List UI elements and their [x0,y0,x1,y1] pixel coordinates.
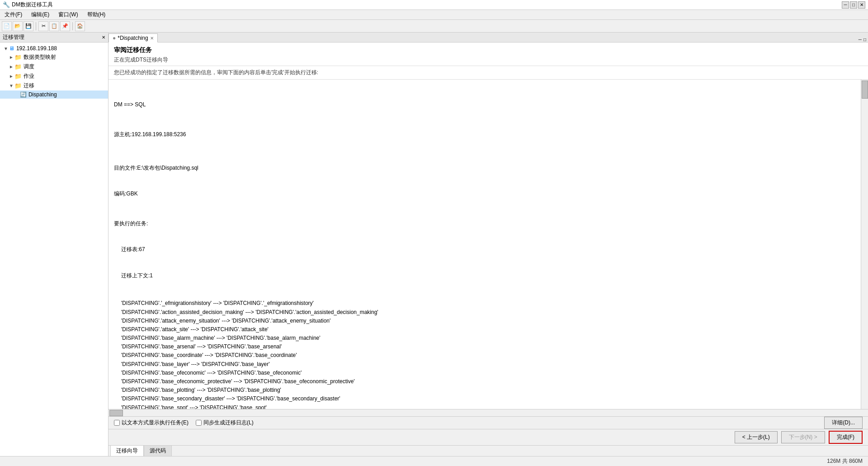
migrate-icon: 🔄 [20,91,27,98]
right-area: ● *Dispatching ✕ ─ □ 审阅迁移任务 正在完成DTS迁移向导 … [108,33,868,456]
text-mode-option[interactable]: 以文本方式显示执行任务(E) [114,419,189,427]
migrate-views: 迁移上下文:1 [114,271,863,280]
wizard-description: 您已经成功的指定了迁移数据所需的信息，审阅下面的内容后单击'完成'开始执行迁移: [108,66,868,80]
toolbar-copy[interactable]: 📋 [49,21,59,31]
toolbar-separator-2 [72,22,73,30]
migrate-tables: 迁移表:67 [114,245,863,254]
tab-close-button[interactable]: ✕ [150,36,154,41]
app-icon: 🔧 [3,1,10,8]
tree-item-types[interactable]: ► 📁 数据类型映射 [0,52,108,62]
minimize-button[interactable]: ─ [842,1,849,9]
menu-window[interactable]: 窗口(W) [56,10,80,19]
close-button[interactable]: ✕ [858,1,865,9]
menu-help[interactable]: 帮助(H) [85,10,108,19]
details-button[interactable]: 详细(D)... [824,417,863,429]
sync-log-option[interactable]: 同步生成迁移日志(L) [196,419,254,427]
text-mode-checkbox[interactable] [114,420,120,426]
scrollbar-horizontal[interactable] [108,409,868,416]
sync-log-label: 同步生成迁移日志(L) [203,419,254,427]
finish-button[interactable]: 完成(F) [829,431,863,444]
content-header: DM ==> SQL [114,100,863,109]
tree-label-types: 数据类型映射 [24,53,56,61]
toolbar-home[interactable]: 🏠 [75,21,85,31]
left-panel-title: 迁移管理 [3,33,24,41]
tree-item-migrate[interactable]: ▼ 📁 迁移 [0,81,108,90]
target-file: 目的文件:E:\发布包\Dispatching.sql [114,164,863,172]
mappings-list: 'DISPATCHING'.'_efmigrationshistory' ---… [114,299,863,409]
tree-arrow-job: ► [9,74,14,79]
pc-icon: 🖥 [9,45,14,52]
scrollbar-h-thumb[interactable] [109,410,123,416]
toolbar-new[interactable]: 📄 [2,21,12,31]
folder-icon-migrate: 📁 [14,82,22,89]
scroll-content[interactable]: DM ==> SQL 源主机:192.168.199.188:5236 目的文件… [108,80,868,409]
options-bar: 以文本方式显示执行任务(E) 同步生成迁移日志(L) 详细(D)... [108,416,868,429]
mapping-row-9: 'DISPATCHING'.'base_ofeconomic_protectiv… [121,377,863,386]
toolbar-save[interactable]: 💾 [24,21,33,31]
sync-log-checkbox[interactable] [196,420,202,426]
mapping-row-11: 'DISPATCHING'.'base_secondary_disaster' … [121,395,863,403]
mapping-row-0: 'DISPATCHING'.'_efmigrationshistory' ---… [121,299,863,308]
tab-icon: ● [113,35,116,41]
tree-item-job[interactable]: ► 📁 作业 [0,71,108,81]
tab-bar-right: ─ □ [859,37,868,42]
toolbar-open[interactable]: 📂 [13,21,23,31]
main-layout: 迁移管理 ✕ ▼ 🖥 192.168.199.188 ► 📁 数据类型映射 ► … [0,33,868,456]
bottom-tabs: 迁移向导 源代码 [108,445,868,456]
folder-icon-job: 📁 [14,73,22,80]
tab-label: *Dispatching [118,35,148,41]
wizard-header: 审阅迁移任务 正在完成DTS迁移向导 [108,43,868,66]
tree-label-tune: 调度 [24,63,34,71]
scrollbar-vertical[interactable] [861,80,868,409]
content-area: 审阅迁移任务 正在完成DTS迁移向导 您已经成功的指定了迁移数据所需的信息，审阅… [108,43,868,456]
next-button[interactable]: 下一步(N) > [781,431,825,443]
encoding: 编码:GBK [114,190,863,198]
tab-bar-max-icon[interactable]: □ [863,37,866,42]
mapping-row-3: 'DISPATCHING'.'attack_site' ---> 'DISPAT… [121,325,863,334]
maximize-button[interactable]: □ [850,1,857,9]
tasks-header: 要执行的任务: [114,219,863,228]
tree-area[interactable]: ▼ 🖥 192.168.199.188 ► 📁 数据类型映射 ► 📁 调度 ► … [0,43,108,456]
wizard-title: 审阅迁移任务 [114,46,863,54]
tree-item-tune[interactable]: ► 📁 调度 [0,62,108,71]
prev-button[interactable]: < 上一步(L) [735,431,778,443]
toolbar-separator-1 [36,22,36,30]
tree-item-dispatching[interactable]: ► 🔄 Dispatching [0,90,108,99]
left-panel: 迁移管理 ✕ ▼ 🖥 192.168.199.188 ► 📁 数据类型映射 ► … [0,33,108,456]
tree-label-dispatching: Dispatching [28,91,57,98]
tree-arrow-types: ► [9,55,14,60]
status-bar: 126M 共 860M [0,456,868,466]
tab-dispatching[interactable]: ● *Dispatching ✕ [108,33,158,43]
mapping-row-10: 'DISPATCHING'.'base_plotting' ---> 'DISP… [121,386,863,395]
menu-file[interactable]: 文件(F) [2,10,25,19]
title-bar-controls: ─ □ ✕ [842,1,865,9]
folder-icon-types: 📁 [14,54,22,61]
bottom-tab-source[interactable]: 源代码 [144,445,172,456]
tree-label-ip: 192.168.199.188 [16,45,57,52]
mapping-row-7: 'DISPATCHING'.'base_layer' ---> 'DISPATC… [121,360,863,369]
status-text: 126M 共 860M [827,457,863,465]
mapping-row-8: 'DISPATCHING'.'base_ofeconomic' ---> 'DI… [121,369,863,377]
tree-arrow-migrate: ▼ [9,83,14,88]
left-panel-header: 迁移管理 ✕ [0,33,108,43]
text-content: DM ==> SQL 源主机:192.168.199.188:5236 目的文件… [108,80,868,409]
mapping-row-12: 'DISPATCHING'.'base_spot' ---> 'DISPATCH… [121,404,863,409]
scrollbar-thumb[interactable] [862,81,868,99]
tree-item-ip[interactable]: ▼ 🖥 192.168.199.188 [0,44,108,52]
mapping-row-2: 'DISPATCHING'.'attack_enemy_situation' -… [121,317,863,325]
button-bar: < 上一步(L) 下一步(N) > 完成(F) [108,429,868,445]
tree-arrow-tune: ► [9,64,14,69]
toolbar-cut[interactable]: ✂ [38,21,48,31]
tab-bar: ● *Dispatching ✕ ─ □ [108,33,868,43]
toolbar: 📄 📂 💾 ✂ 📋 📌 🏠 [0,20,868,33]
folder-icon-tune: 📁 [14,63,22,70]
mapping-row-6: 'DISPATCHING'.'base_coordinate' ---> 'DI… [121,351,863,360]
tab-bar-min-icon[interactable]: ─ [859,37,862,42]
toolbar-paste[interactable]: 📌 [60,21,70,31]
text-mode-label: 以文本方式显示执行任务(E) [122,419,189,427]
menu-edit[interactable]: 编辑(E) [28,10,52,19]
bottom-tab-wizard[interactable]: 迁移向导 [110,445,144,456]
menu-bar: 文件(F) 编辑(E) 窗口(W) 帮助(H) [0,10,868,20]
tree-label-migrate: 迁移 [24,82,34,90]
left-panel-icon: ✕ [102,35,105,40]
